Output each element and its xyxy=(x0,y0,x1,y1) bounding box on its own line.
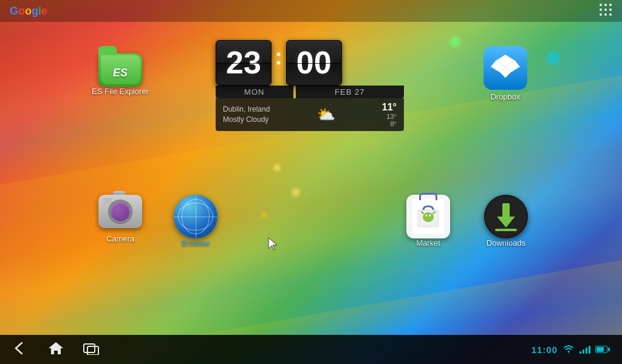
svg-point-17 xyxy=(426,215,428,217)
app-browser[interactable]: Browser xyxy=(165,195,226,248)
svg-point-28 xyxy=(568,351,570,352)
weather-temps: 11° 13° 8° xyxy=(382,102,397,127)
app-camera[interactable]: Camera xyxy=(90,195,151,243)
weather-bar: Dublin, Ireland Mostly Cloudy ⛅ 11° 13° … xyxy=(216,98,404,131)
status-bar: 11:00 xyxy=(0,335,622,364)
app-downloads[interactable]: Downloads xyxy=(476,195,536,248)
nav-back-button[interactable] xyxy=(12,342,29,358)
svg-rect-26 xyxy=(84,344,95,352)
clock-date: FEB 27 xyxy=(296,86,405,98)
browser-label: Browser xyxy=(181,238,210,248)
app-market[interactable]: Market xyxy=(398,195,459,248)
weather-location: Dublin, Ireland xyxy=(223,104,270,115)
clock-widget: 23 : 00 MON FEB 27 Dublin, Ireland Mostl… xyxy=(216,40,404,131)
camera-icon xyxy=(98,195,142,234)
clock-minute: 00 xyxy=(296,46,332,80)
es-file-explorer-label: ES File Explorer xyxy=(92,87,149,96)
svg-point-6 xyxy=(600,13,602,16)
weather-temp-range: 13° 8° xyxy=(382,113,397,127)
svg-point-1 xyxy=(604,4,607,6)
svg-point-7 xyxy=(604,13,607,16)
desktop: ES ES File Explorer 23 : 00 MON FEB 27 D… xyxy=(0,22,622,335)
camera-label: Camera xyxy=(106,234,134,243)
weather-icon-area: ⛅ xyxy=(317,106,335,123)
cloud-icon: ⛅ xyxy=(317,106,335,123)
market-label: Market xyxy=(416,238,440,248)
nav-buttons xyxy=(12,340,101,359)
dropbox-label: Dropbox xyxy=(490,92,520,101)
svg-point-5 xyxy=(609,8,612,11)
google-logo: Google xyxy=(10,5,47,18)
clock-hour-card: 23 xyxy=(216,40,272,86)
svg-point-8 xyxy=(609,13,612,16)
nav-home-button[interactable] xyxy=(47,340,64,359)
es-file-explorer-icon: ES xyxy=(98,43,142,87)
svg-point-16 xyxy=(423,212,434,222)
downloads-label: Downloads xyxy=(487,238,525,248)
nav-recent-button[interactable] xyxy=(83,342,101,358)
market-icon xyxy=(406,195,450,238)
browser-icon xyxy=(174,195,217,238)
svg-point-4 xyxy=(604,8,607,11)
apps-grid-button[interactable] xyxy=(599,3,612,19)
svg-point-2 xyxy=(609,4,612,6)
signal-icon xyxy=(579,345,590,354)
svg-rect-25 xyxy=(495,229,517,231)
clock-day: MON xyxy=(216,86,293,98)
app-es-file-explorer[interactable]: ES ES File Explorer xyxy=(90,43,151,96)
svg-point-18 xyxy=(429,215,431,217)
weather-condition: Mostly Cloudy xyxy=(223,115,270,125)
status-time: 11:00 xyxy=(531,345,558,355)
dropbox-icon xyxy=(484,46,527,92)
status-right: 11:00 xyxy=(531,344,610,356)
svg-point-0 xyxy=(600,4,602,6)
downloads-icon xyxy=(484,195,528,238)
weather-temp-current: 11° xyxy=(382,102,397,113)
clock-separator: : xyxy=(274,40,284,86)
weather-location-condition: Dublin, Ireland Mostly Cloudy xyxy=(223,104,270,125)
clock-minute-card: 00 xyxy=(286,40,342,86)
clock-hour: 23 xyxy=(226,46,261,80)
svg-rect-27 xyxy=(87,346,98,355)
svg-point-3 xyxy=(600,8,602,11)
battery-icon xyxy=(595,346,610,353)
wifi-icon xyxy=(562,344,575,356)
top-bar: Google xyxy=(0,0,622,22)
app-dropbox[interactable]: Dropbox xyxy=(475,46,536,101)
